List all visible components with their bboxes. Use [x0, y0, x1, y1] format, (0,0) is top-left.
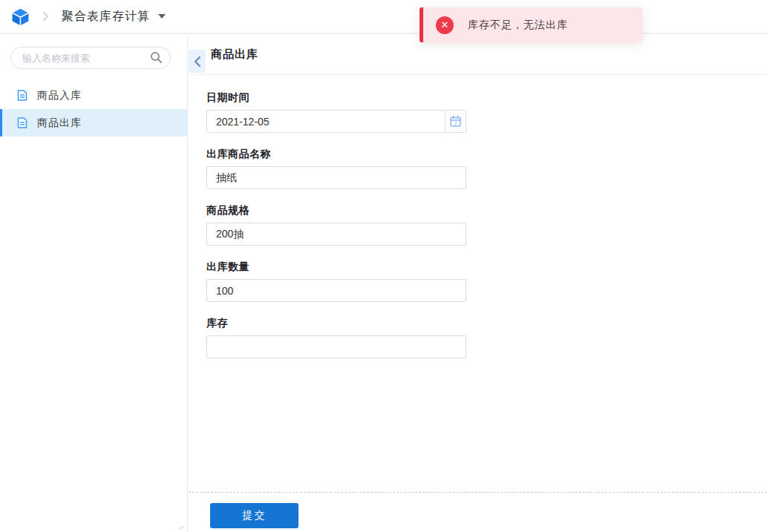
field-label: 商品规格	[206, 203, 466, 217]
chevron-left-icon	[194, 56, 201, 68]
sidebar-item-label: 商品出库	[37, 116, 82, 130]
app-logo-cube-icon[interactable]	[10, 7, 30, 27]
sidebar-item-goods-inbound[interactable]: 商品入库	[0, 82, 187, 109]
error-circle-x-icon: ✕	[436, 16, 454, 34]
product-name-input[interactable]	[206, 166, 466, 189]
field-datetime: 日期时间 7	[206, 90, 466, 133]
stock-input[interactable]	[206, 335, 466, 358]
sidebar-item-goods-outbound[interactable]: 商品出库	[0, 109, 187, 137]
breadcrumb-separator-icon	[42, 11, 49, 22]
content-divider	[189, 74, 767, 75]
decorative-squiggle	[141, 524, 189, 532]
field-label: 日期时间	[206, 90, 466, 105]
field-product-spec: 商品规格	[206, 203, 466, 246]
document-icon	[16, 116, 28, 129]
sidebar-menu: 商品入库 商品出库	[0, 82, 187, 137]
stock-out-form: 日期时间 7 出库商品名称 商品规格 出库数量	[206, 90, 466, 372]
breadcrumb-title[interactable]: 聚合表库存计算	[62, 9, 150, 24]
datetime-input[interactable]	[206, 110, 445, 133]
submit-button[interactable]: 提交	[210, 503, 298, 528]
field-label: 出库数量	[206, 259, 466, 274]
calendar-icon: 7	[449, 115, 462, 128]
search-icon[interactable]	[150, 51, 163, 64]
sidebar-search	[10, 47, 171, 69]
document-icon	[16, 89, 28, 102]
search-input[interactable]	[10, 47, 171, 69]
back-button[interactable]	[189, 50, 206, 73]
toast-message: 库存不足，无法出库	[468, 19, 568, 32]
field-stock: 库存	[206, 315, 466, 358]
app-header: 聚合表库存计算	[0, 0, 767, 34]
sidebar: 商品入库 商品出库	[0, 36, 188, 532]
product-spec-input[interactable]	[206, 223, 466, 246]
calendar-picker-button[interactable]: 7	[445, 110, 466, 133]
footer-divider	[189, 492, 767, 493]
field-label: 出库商品名称	[206, 146, 466, 161]
sidebar-item-label: 商品入库	[37, 89, 82, 102]
error-toast: ✕ 库存不足，无法出库	[420, 7, 642, 42]
svg-text:7: 7	[454, 120, 457, 127]
field-label: 库存	[206, 315, 466, 330]
toast-accent-bar	[420, 7, 423, 42]
field-product-name: 出库商品名称	[206, 146, 466, 189]
breadcrumb-caret-down-icon[interactable]	[158, 14, 166, 19]
page-title: 商品出库	[211, 47, 258, 62]
outbound-quantity-input[interactable]	[206, 279, 466, 302]
field-outbound-quantity: 出库数量	[206, 259, 466, 302]
